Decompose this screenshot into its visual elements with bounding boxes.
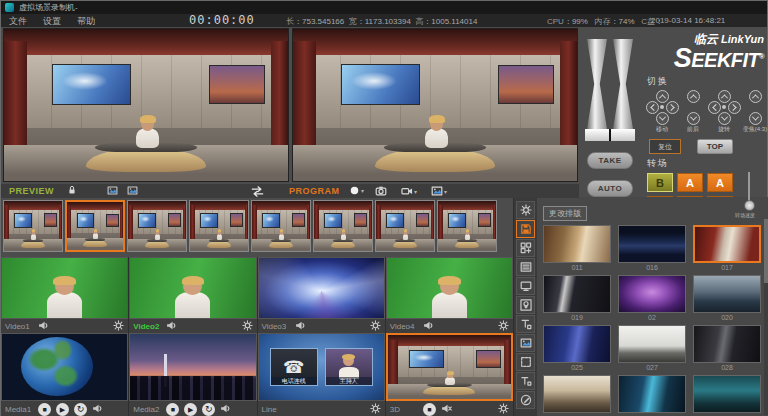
play-button[interactable]: ▶ xyxy=(184,403,197,416)
pad-left-button[interactable] xyxy=(708,101,721,114)
pad-down-button[interactable] xyxy=(718,112,731,125)
gear-icon[interactable] xyxy=(113,320,124,333)
media-thumb[interactable] xyxy=(129,333,256,401)
camera-angle-thumb-6[interactable] xyxy=(375,200,435,252)
list-tool-icon[interactable] xyxy=(516,258,535,276)
media-thumb[interactable] xyxy=(1,333,128,401)
stop-button[interactable]: ■ xyxy=(166,403,179,416)
save-tool-icon[interactable] xyxy=(516,220,535,238)
pad-up-button[interactable] xyxy=(656,90,669,103)
gear-icon[interactable] xyxy=(242,320,253,333)
video-thumb[interactable] xyxy=(386,257,513,319)
speaker-icon[interactable] xyxy=(295,320,306,333)
phone-call-tile[interactable]: ☎电话连线 xyxy=(270,348,318,386)
swap-icon[interactable] xyxy=(251,185,264,198)
camera-angle-thumb-1[interactable] xyxy=(65,200,125,252)
camcorder-icon[interactable]: ▾ xyxy=(401,185,418,197)
loop-button[interactable]: ↻ xyxy=(202,403,215,416)
monitor-tool-icon[interactable] xyxy=(516,277,535,295)
transition-button-0[interactable]: B xyxy=(647,173,673,192)
gear-icon[interactable] xyxy=(370,403,381,416)
frame-tool-icon[interactable] xyxy=(516,353,535,371)
pad-left-button[interactable] xyxy=(646,101,659,114)
key-image-icon[interactable] xyxy=(107,185,118,196)
menu-settings[interactable]: 设置 xyxy=(43,15,61,28)
lock-icon[interactable] xyxy=(67,185,77,195)
take-button[interactable]: TAKE xyxy=(587,152,633,169)
scene-thumb-017[interactable]: 017 xyxy=(693,225,761,272)
camera-angle-thumb-7[interactable] xyxy=(437,200,497,252)
scene-image[interactable] xyxy=(543,375,611,413)
scene-thumb-025[interactable]: 025 xyxy=(543,325,611,372)
reset-button[interactable]: 复位 xyxy=(649,139,681,154)
scene-thumb-11[interactable] xyxy=(693,375,761,416)
scene-image[interactable] xyxy=(693,225,761,263)
menu-file[interactable]: 文件 xyxy=(9,15,27,28)
pad-up-button[interactable] xyxy=(718,90,731,103)
pad-up-button[interactable] xyxy=(749,90,762,103)
pad-down-button[interactable] xyxy=(749,112,762,125)
scene-thumb-019[interactable]: 019 xyxy=(543,275,611,322)
speaker-icon[interactable] xyxy=(423,320,434,333)
dropdown-caret[interactable]: ▾ xyxy=(414,188,418,195)
image-output-icon[interactable]: ▾ xyxy=(431,185,448,197)
gear-icon[interactable] xyxy=(498,403,509,416)
pad-down-button[interactable] xyxy=(656,112,669,125)
scene-image[interactable] xyxy=(618,375,686,413)
snapshot-camera-icon[interactable] xyxy=(375,185,387,197)
dropdown-caret[interactable]: ▾ xyxy=(361,187,365,194)
scene-image[interactable] xyxy=(618,275,686,313)
gear-icon[interactable] xyxy=(498,320,509,333)
record-icon[interactable]: ▾ xyxy=(349,185,365,196)
media-thumb[interactable]: ☎电话连线主持人 xyxy=(258,333,385,401)
camera-angle-thumb-4[interactable] xyxy=(251,200,311,252)
scene-thumb-028[interactable]: 028 xyxy=(693,325,761,372)
scene-thumb-02[interactable]: 02 xyxy=(618,275,686,322)
media-thumb[interactable] xyxy=(386,333,513,401)
scene-thumb-10[interactable] xyxy=(618,375,686,416)
bulb-tool-icon[interactable] xyxy=(516,296,535,314)
speaker-icon[interactable] xyxy=(220,403,231,416)
scene-image[interactable] xyxy=(543,225,611,263)
play-button[interactable]: ▶ xyxy=(56,403,69,416)
speaker-icon[interactable] xyxy=(166,320,177,333)
key-image2-icon[interactable] xyxy=(127,185,138,196)
scene-image[interactable] xyxy=(543,325,611,363)
stop-button[interactable]: ■ xyxy=(38,403,51,416)
scene-image[interactable] xyxy=(618,325,686,363)
camera-angle-thumb-2[interactable] xyxy=(127,200,187,252)
camera-angle-thumb-5[interactable] xyxy=(313,200,373,252)
scene-image[interactable] xyxy=(693,375,761,413)
camera-angle-thumb-0[interactable] xyxy=(3,200,63,252)
pad-down-button[interactable] xyxy=(687,112,700,125)
change-layout-button[interactable]: 更改排版 xyxy=(543,206,587,221)
scene-thumb-011[interactable]: 011 xyxy=(543,225,611,272)
layout-tool-icon[interactable] xyxy=(516,239,535,257)
transition-button-1[interactable]: A xyxy=(677,173,703,192)
pad-up-button[interactable] xyxy=(687,90,700,103)
settings-tool-icon[interactable] xyxy=(516,201,535,219)
gear-icon[interactable] xyxy=(370,320,381,333)
auto-button[interactable]: AUTO xyxy=(587,180,633,197)
menu-help[interactable]: 帮助 xyxy=(77,15,95,28)
video-thumb[interactable] xyxy=(1,257,128,319)
speaker-muted-icon[interactable] xyxy=(441,403,452,416)
scene-thumb-9[interactable] xyxy=(543,375,611,416)
scene-thumb-016[interactable]: 016 xyxy=(618,225,686,272)
scene-image[interactable] xyxy=(618,225,686,263)
camera-angle-thumb-3[interactable] xyxy=(189,200,249,252)
scene-image[interactable] xyxy=(543,275,611,313)
scene-image[interactable] xyxy=(693,325,761,363)
scene-image[interactable] xyxy=(693,275,761,313)
loop-button[interactable]: ↻ xyxy=(74,403,87,416)
video-thumb[interactable] xyxy=(129,257,256,319)
dropdown-caret[interactable]: ▾ xyxy=(444,188,448,195)
speaker-icon[interactable] xyxy=(38,320,49,333)
speaker-icon[interactable] xyxy=(92,403,103,416)
host-tile[interactable]: 主持人 xyxy=(325,348,373,386)
stop-button[interactable]: ■ xyxy=(423,403,436,416)
scrollbar-thumb[interactable] xyxy=(764,219,768,283)
scene-thumb-020[interactable]: 020 xyxy=(693,275,761,322)
t-bar-fader[interactable] xyxy=(587,39,633,141)
caption-tool-icon[interactable] xyxy=(516,372,535,390)
